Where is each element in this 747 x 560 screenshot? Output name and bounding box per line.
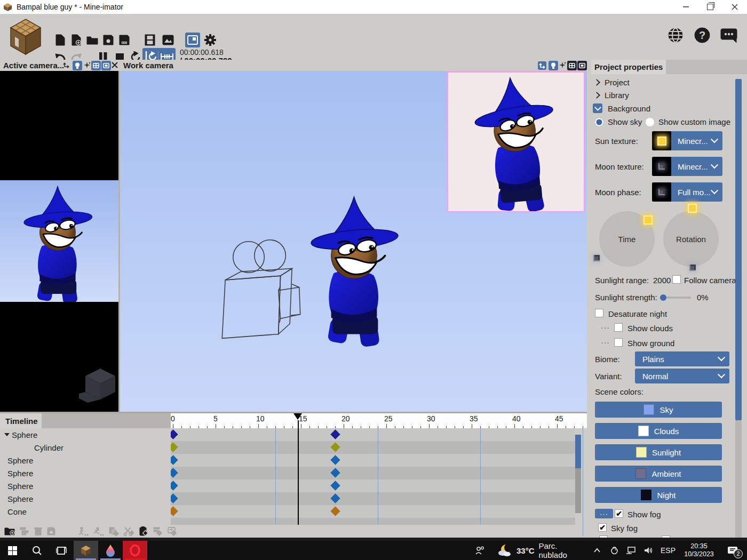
active-camera-close-icon[interactable] xyxy=(112,62,118,68)
work-effects-icon[interactable] xyxy=(559,62,566,69)
panel-scrollbar-track[interactable] xyxy=(735,420,742,538)
playhead-marker-icon[interactable] xyxy=(293,413,302,420)
settings-gear-button[interactable] xyxy=(203,33,218,47)
timeline-scrollbar-gray[interactable] xyxy=(575,468,581,513)
tab-timeline[interactable]: Timeline xyxy=(0,413,42,428)
scene-color-sunlight-button[interactable]: Sunlight xyxy=(595,444,722,460)
export-movie-button[interactable] xyxy=(143,33,157,47)
save-keyframes-icon[interactable] xyxy=(47,527,55,535)
delete-trash-icon[interactable] xyxy=(34,527,42,535)
weather-widget[interactable]: 33°C Parc. nublado xyxy=(491,541,588,560)
camera-pip-preview[interactable] xyxy=(447,71,585,212)
section-project[interactable]: Project xyxy=(594,78,630,87)
timeline-track-label[interactable]: Sphere xyxy=(0,467,178,479)
export-image-button[interactable] xyxy=(161,33,175,47)
keyframe-diamond[interactable] xyxy=(171,468,178,477)
new-folder-icon[interactable] xyxy=(4,527,15,535)
keyframe-diamond[interactable] xyxy=(171,493,178,503)
language-indicator[interactable]: ESP xyxy=(657,541,679,560)
timeline-track-row[interactable] xyxy=(171,467,575,479)
panel-scrollbar-thumb[interactable] xyxy=(735,79,742,420)
remove-keyframe-icon[interactable] xyxy=(153,527,163,536)
timeline-scrollbar-blue[interactable] xyxy=(575,435,581,468)
sky-fog-checkbox[interactable]: ✔ xyxy=(598,523,607,532)
new-from-template-button[interactable] xyxy=(69,33,83,47)
sun-handle-icon[interactable] xyxy=(688,204,697,213)
timeline-track-row[interactable] xyxy=(171,454,575,467)
keyframe-diamond[interactable] xyxy=(330,493,340,503)
taskbar-paint3d[interactable] xyxy=(98,541,123,560)
network-icon[interactable] xyxy=(622,541,639,560)
walk-transition-icon[interactable] xyxy=(78,527,89,536)
wireframe-camera[interactable] xyxy=(218,236,306,346)
keyframe-diamond[interactable] xyxy=(171,455,178,465)
slider-knob[interactable] xyxy=(660,294,666,301)
show-ground-checkbox[interactable] xyxy=(614,338,623,347)
keyframe-diamond[interactable] xyxy=(330,442,340,452)
timeline-track-label[interactable]: Sphere xyxy=(0,454,178,467)
biome-dropdown[interactable]: Plains xyxy=(635,351,729,366)
minimize-button[interactable] xyxy=(673,0,698,14)
timeline-track-row[interactable] xyxy=(171,428,575,441)
tray-app-icon[interactable] xyxy=(606,541,622,560)
section-background[interactable]: Background xyxy=(593,103,650,113)
duplicate-icon[interactable] xyxy=(20,527,29,535)
texture-dropdown[interactable]: Minecr... xyxy=(652,131,722,150)
timeline-track-row[interactable] xyxy=(171,479,575,492)
clouds-more-dots[interactable]: ··· xyxy=(601,323,610,332)
people-icon[interactable] xyxy=(470,541,491,560)
work-light-toggle[interactable] xyxy=(549,61,558,70)
sun-handle-icon[interactable] xyxy=(643,215,653,225)
scene-color-night-button[interactable]: Night xyxy=(595,487,722,503)
tray-expand-chevron[interactable] xyxy=(588,541,606,560)
scene-color-sky-button[interactable]: Sky xyxy=(595,402,722,418)
camera-effects-icon[interactable] xyxy=(84,62,91,69)
work-camera-viewport[interactable] xyxy=(120,71,587,412)
copy-keyframes-icon[interactable] xyxy=(109,527,119,536)
restore-button[interactable] xyxy=(698,0,722,14)
notification-center-button[interactable]: 2 xyxy=(719,541,747,560)
sunlight-strength-slider[interactable] xyxy=(660,297,691,299)
expand-caret-icon[interactable] xyxy=(4,433,10,436)
timeline-track-label[interactable]: Sphere xyxy=(0,428,175,441)
save-as-button[interactable] xyxy=(117,33,131,47)
active-camera-preview[interactable] xyxy=(0,71,118,412)
timeline-ruler[interactable]: 051015202530354045 xyxy=(171,413,587,428)
scene-color-ambient-button[interactable]: Ambient xyxy=(595,466,722,482)
keyframe-diamond[interactable] xyxy=(330,481,340,490)
cut-keyframes-icon[interactable] xyxy=(124,527,134,536)
section-library[interactable]: Library xyxy=(594,91,629,100)
keyframe-diamond[interactable] xyxy=(171,442,178,452)
keyframe-diamond[interactable] xyxy=(330,468,340,477)
show-fog-checkbox[interactable]: ✔ xyxy=(615,509,623,518)
work-fullscreen-toggle[interactable] xyxy=(577,61,587,70)
keyframe-diamond[interactable] xyxy=(171,429,178,439)
sunlight-range-value[interactable]: 2000 xyxy=(653,276,671,285)
timeline-track-row[interactable] xyxy=(171,505,575,518)
follow-camera-checkbox[interactable] xyxy=(672,275,681,284)
move-keyframe-icon[interactable] xyxy=(168,527,177,536)
time-dial[interactable]: Time xyxy=(599,211,655,267)
texture-dropdown[interactable]: Full mo... xyxy=(652,182,722,202)
timeline-track-row[interactable] xyxy=(171,492,575,505)
taskbar-opera-gx[interactable] xyxy=(123,541,147,560)
keyframe-diamond[interactable] xyxy=(330,506,340,516)
fog-more-button[interactable]: ··· xyxy=(595,509,613,518)
taskbar-mine-imator[interactable] xyxy=(74,541,98,560)
work-transform-icon[interactable] xyxy=(538,61,546,70)
timeline-track-label[interactable]: Sphere xyxy=(0,492,178,505)
work-grid-toggle[interactable] xyxy=(567,61,577,70)
keyframe-diamond[interactable] xyxy=(330,455,340,465)
variant-dropdown[interactable]: Normal xyxy=(635,369,729,383)
camera-transform-icon[interactable] xyxy=(63,62,70,69)
clock[interactable]: 20:35 10/3/2023 xyxy=(679,541,719,560)
timeline-playhead[interactable] xyxy=(298,420,299,536)
close-button[interactable] xyxy=(722,0,747,14)
task-view-button[interactable] xyxy=(49,541,74,560)
radio-show-custom-image[interactable]: Show custom image xyxy=(646,117,730,126)
start-button[interactable] xyxy=(0,541,25,560)
camera-grid-toggle[interactable] xyxy=(91,61,101,70)
interface-layout-button[interactable] xyxy=(185,33,200,47)
ground-more-dots[interactable]: ··· xyxy=(601,338,610,347)
show-clouds-checkbox[interactable] xyxy=(614,323,623,332)
